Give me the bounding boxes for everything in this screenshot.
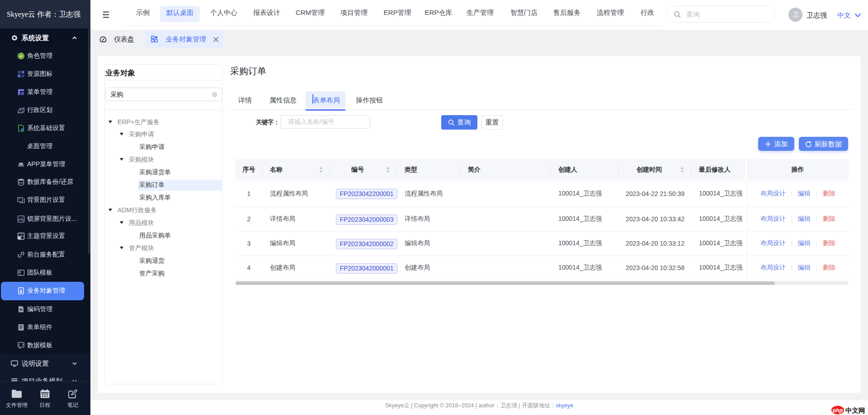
svg-text:W: W (19, 308, 23, 311)
svg-text:中文网: 中文网 (845, 407, 865, 414)
svg-text:php: php (832, 407, 843, 414)
